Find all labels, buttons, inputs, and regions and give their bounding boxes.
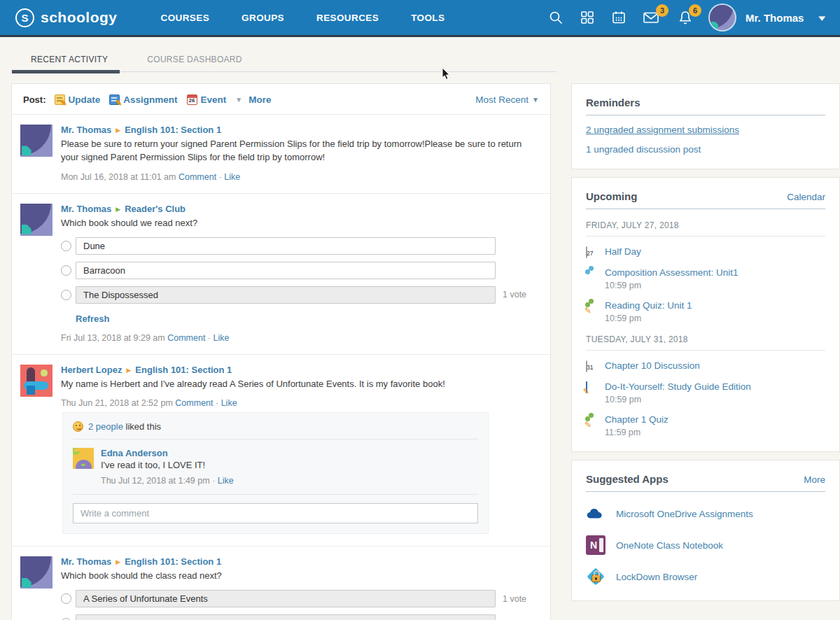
post-header: Mr. ThomasEnglish 101: Section 1 [61, 556, 542, 567]
post-target-link[interactable]: English 101: Section 1 [125, 556, 221, 567]
post-footer: Mon Jul 16, 2018 at 11:01 am Comment · L… [61, 172, 542, 182]
nav-groups[interactable]: GROUPS [241, 13, 284, 23]
poll-option-label: A Series of Unfortunate Events [76, 590, 496, 607]
radio-button[interactable] [61, 593, 71, 604]
calendar-icon[interactable] [611, 10, 626, 25]
poll-question: Which book should we read next? [61, 217, 542, 230]
post-header: Mr. ThomasReader's Club [61, 204, 542, 214]
assignment-icon [586, 381, 587, 393]
post-author-link[interactable]: Mr. Thomas [61, 125, 111, 135]
tab-course-dashboard[interactable]: COURSE DASHBOARD [127, 48, 262, 72]
upcoming-day-header: TUESDAY, JULY 31, 2018 [586, 334, 825, 351]
post-target-link[interactable]: English 101: Section 1 [125, 125, 221, 135]
post-target-link[interactable]: English 101: Section 1 [135, 365, 232, 375]
avatar[interactable] [20, 365, 52, 397]
tab-recent-activity[interactable]: RECENT ACTIVITY [11, 48, 127, 72]
schoology-logo[interactable]: S schoology [15, 8, 118, 27]
breadcrumb-arrow-icon [126, 367, 131, 374]
post-author-link[interactable]: Mr. Thomas [61, 556, 111, 567]
event-time: 10:59 pm [605, 395, 751, 404]
brand-text: schoology [41, 9, 118, 26]
post-assignment-button[interactable]: Assignment [109, 94, 177, 105]
event-link[interactable]: Do-It-Yourself: Study Guide Edition [605, 381, 751, 392]
liked-row: 2 people liked this [73, 421, 478, 439]
poll-option-label: The Dispossessed [76, 286, 496, 304]
comment-date: Thu Jul 12, 2018 at 1:49 pm · Like [101, 476, 234, 486]
feed-post: Herbert LopezEnglish 101: Section 1 My n… [12, 354, 550, 547]
like-link[interactable]: Like [224, 172, 240, 182]
post-author-link[interactable]: Mr. Thomas [61, 204, 111, 214]
active-tab-indicator [12, 70, 120, 73]
poll-option: Dune [61, 237, 542, 255]
upcoming-card: Upcoming Calendar FRIDAY, JULY 27, 2018 … [571, 177, 840, 452]
reminder-link[interactable]: 1 ungraded discussion post [586, 144, 825, 155]
app-link[interactable]: Microsoft OneDrive Assignments [616, 509, 753, 519]
upcoming-day-header: FRIDAY, JULY 27, 2018 [586, 220, 825, 237]
avatar[interactable] [73, 448, 94, 469]
feed-post: Mr. ThomasEnglish 101: Section 1 Which b… [12, 546, 550, 620]
event-link[interactable]: Half Day [605, 246, 641, 257]
reminder-link[interactable]: 2 ungraded assignment submissions [586, 125, 825, 135]
app-link[interactable]: OneNote Class Notebook [616, 540, 723, 551]
chevron-down-icon[interactable] [819, 13, 826, 23]
poll-refresh-link[interactable]: Refresh [76, 313, 109, 324]
comment-link[interactable]: Comment [175, 398, 213, 408]
caret-down-icon [532, 96, 539, 104]
calendar-link[interactable]: Calendar [787, 192, 825, 202]
right-sidebar: Reminders 2 ungraded assignment submissi… [571, 83, 840, 601]
app-link[interactable]: LockDown Browser [616, 572, 697, 582]
avatar[interactable] [20, 125, 52, 157]
calendar-event-icon: 27 [586, 246, 587, 258]
liked-people-link[interactable]: 2 people [88, 421, 123, 432]
suggested-apps-title: Suggested Apps [586, 473, 668, 485]
poll-votes: 1 vote [503, 290, 526, 300]
post-author-link[interactable]: Herbert Lopez [61, 365, 122, 375]
event-link[interactable]: Chapter 1 Quiz [605, 414, 668, 425]
messages-icon[interactable]: 3 [643, 10, 661, 25]
write-comment-input[interactable] [73, 503, 478, 523]
event-link[interactable]: Reading Quiz: Unit 1 [605, 300, 692, 311]
radio-button[interactable] [61, 290, 71, 300]
post-target-link[interactable]: Reader's Club [125, 204, 186, 214]
like-link[interactable]: Like [214, 333, 230, 343]
post-label: Post: [23, 94, 46, 105]
post-event-button[interactable]: 26 Event [187, 94, 227, 105]
nav-courses[interactable]: COURSES [161, 13, 210, 23]
apps-grid-icon[interactable] [580, 10, 595, 25]
post-footer: Fri Jul 13, 2018 at 9:29 am Comment · Li… [61, 333, 542, 343]
user-avatar[interactable] [710, 5, 735, 30]
avatar[interactable] [20, 204, 52, 236]
avatar[interactable] [20, 556, 52, 589]
upcoming-event: Reading Quiz: Unit 1 10:59 pm [586, 300, 825, 323]
primary-nav: COURSES GROUPS RESOURCES TOOLS [161, 13, 445, 23]
nav-resources[interactable]: RESOURCES [316, 13, 379, 23]
post-date: Fri Jul 13, 2018 at 9:29 am [61, 333, 165, 343]
comment-thread: 2 people liked this Edna Anderson I've r… [62, 412, 489, 534]
event-link[interactable]: Chapter 10 Discussion [605, 360, 700, 371]
upcoming-event: Composition Assessment: Unit1 10:59 pm [586, 267, 825, 290]
event-link[interactable]: Composition Assessment: Unit1 [605, 267, 738, 278]
nav-tools[interactable]: TOOLS [411, 13, 444, 23]
app-row: N OneNote Class Notebook [586, 535, 825, 555]
like-link[interactable]: Like [221, 398, 237, 408]
upcoming-event: Chapter 1 Quiz 11:59 pm [586, 414, 825, 437]
user-name[interactable]: Mr. Thomas [746, 12, 804, 24]
poll: Dune Barracoon The Dispossessed 1 vote R… [61, 237, 542, 325]
comment-link[interactable]: Comment [167, 333, 205, 343]
search-icon[interactable] [548, 10, 564, 25]
sort-dropdown[interactable]: Most Recent [475, 94, 539, 105]
more-apps-link[interactable]: More [804, 474, 825, 485]
smiley-icon [73, 421, 83, 432]
post-more-button[interactable]: More [235, 94, 271, 105]
messages-badge: 3 [656, 4, 668, 17]
notifications-bell-icon[interactable]: 6 [677, 10, 694, 26]
post-update-button[interactable]: Update [55, 94, 101, 105]
radio-button[interactable] [61, 265, 71, 276]
like-link[interactable]: Like [218, 476, 234, 486]
radio-button[interactable] [61, 241, 71, 251]
poll-option: The Dispossessed 1 vote [61, 286, 542, 304]
comment-author-link[interactable]: Edna Anderson [101, 448, 168, 458]
lockdown-browser-icon [586, 567, 606, 586]
comment-link[interactable]: Comment [178, 172, 216, 182]
onenote-icon: N [586, 535, 606, 555]
